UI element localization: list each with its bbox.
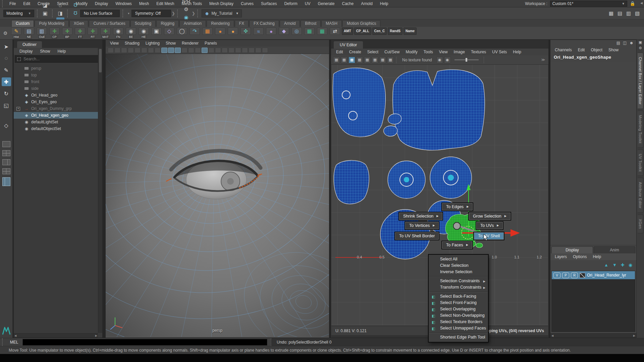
shelf-tab-sculpting[interactable]: Sculpting <box>130 20 156 27</box>
snap-curve-icon[interactable]: Ω <box>71 0 79 1</box>
context-item-select-front-facing[interactable]: ◧Select Front-Facing <box>429 300 488 306</box>
viewport-canvas[interactable] <box>106 54 329 337</box>
save-scene-icon[interactable]: ▣ <box>41 9 49 17</box>
marking-menu-to-uv-shell[interactable]: To UV Shell <box>474 232 504 240</box>
context-item-select-back-facing[interactable]: ◧Select Back-Facing <box>429 293 488 300</box>
marking-menu-to-uvs[interactable]: To UVs▶ <box>476 222 503 229</box>
marking-menu-to-vertices[interactable]: To Vertices▶ <box>405 222 439 229</box>
last-tool-icon[interactable]: ◇ <box>2 121 11 130</box>
reset-transform-icon[interactable]: ✛RT <box>87 27 99 39</box>
layer-playback-toggle[interactable]: P <box>562 273 569 278</box>
blue-curve-icon[interactable]: ≈ <box>253 27 264 35</box>
uv-menu-tools[interactable]: Tools <box>421 49 436 55</box>
context-item-transform-constraints[interactable]: Transform Constraints▶ <box>429 284 488 291</box>
search-input[interactable] <box>23 56 99 62</box>
layer-menu-layers[interactable]: Layers <box>552 253 570 260</box>
live-surface-field[interactable]: No Live Surface <box>80 10 120 17</box>
marking-menu-shrink-selection[interactable]: Shrink Selection▶ <box>399 213 442 220</box>
sidebar-tab-modeling-toolkit[interactable]: Modeling Toolkit <box>638 111 643 148</box>
outliner-item-persp[interactable]: persp <box>14 65 102 72</box>
border-edges-icon[interactable]: ◉BE <box>125 27 137 39</box>
selected-shape-name[interactable]: Ori_Head_xgen_geoShape <box>550 53 636 61</box>
statusline-grip[interactable] <box>177 9 179 17</box>
layer-color-swatch[interactable] <box>580 273 585 278</box>
sidebar-tab-uv-toolkit[interactable]: UV Toolkit <box>638 149 643 176</box>
uv-menu-view[interactable]: View <box>436 49 451 55</box>
shelf-tab-custom[interactable]: Custom <box>11 20 34 27</box>
uv-menu-create[interactable]: Create <box>346 49 364 55</box>
marking-menu-grow-selection[interactable]: Grow Selection▶ <box>469 213 511 220</box>
uv-menu-modify[interactable]: Modify <box>402 49 420 55</box>
menuset-select[interactable]: Modeling ▼ <box>3 10 34 17</box>
outliner-hscrollbar[interactable]: ◀▶ <box>14 333 98 338</box>
workspace-select[interactable]: Custom 01* ▼ <box>550 1 627 7</box>
textured-icon[interactable] <box>168 48 174 53</box>
uv-grid-snap-icon[interactable]: ▦ <box>348 57 355 63</box>
user-icon[interactable]: ☻ <box>629 41 634 47</box>
viewport-menu-lighting[interactable]: Lighting <box>143 40 163 47</box>
symmetry-field[interactable]: Symmetry: Off <box>131 10 171 17</box>
viewport-menu-show[interactable]: Show <box>163 40 179 47</box>
menubar-collapse-icon[interactable]: ◀ <box>640 1 643 5</box>
menu-edit[interactable]: Edit <box>19 0 34 7</box>
shelf-tab-fx-caching[interactable]: FX Caching <box>249 20 279 27</box>
camera-attrs-icon[interactable] <box>121 48 127 53</box>
sort-icon-3[interactable]: ▥ <box>625 9 633 17</box>
outliner-menu-show[interactable]: Show <box>37 48 53 55</box>
node-editor-icon[interactable]: ▤NE <box>23 27 35 39</box>
statusline-grip[interactable] <box>122 9 124 17</box>
shelf-tab-curves-surfaces[interactable]: Curves / Surfaces <box>89 20 129 27</box>
open-scene-icon[interactable]: ◪ <box>41 1 49 9</box>
marking-menu-to-faces[interactable]: To Faces▶ <box>442 241 472 249</box>
view-grid-icon[interactable]: ▦ <box>387 57 394 63</box>
statusline-grip[interactable] <box>67 9 69 17</box>
uv-menu-help[interactable]: Help <box>510 49 524 55</box>
slider-handle[interactable] <box>466 58 467 62</box>
selection-filter-icon[interactable] <box>17 57 21 61</box>
snap-point-icon[interactable]: Ω <box>71 1 79 9</box>
camera-uv-icon[interactable]: ◉ <box>444 57 451 63</box>
joint-xray-icon[interactable] <box>228 48 234 53</box>
uv-menu-image[interactable]: Image <box>451 49 468 55</box>
layout-two-pane-button[interactable] <box>2 159 10 165</box>
outliner-title[interactable]: Outliner <box>17 41 42 48</box>
shelf-tab-mash[interactable]: MASH <box>321 20 342 27</box>
context-item-shortest-edge-path-tool[interactable]: Shortest Edge Path Tool <box>429 334 488 341</box>
channel-display-icon[interactable]: ▤ <box>616 41 620 47</box>
outliner-menu-display[interactable]: Display <box>16 48 36 55</box>
menu-mesh-display[interactable]: Mesh Display <box>206 0 237 7</box>
expand-icon[interactable]: + <box>16 107 20 111</box>
uv-checker-icon[interactable]: ▦ <box>341 57 347 63</box>
menu-cache[interactable]: Cache <box>338 0 357 7</box>
select-object-icon[interactable]: ◨ <box>56 9 64 17</box>
outliner-item-ori-head-xgen-geo[interactable]: ◈Ori_Head_xgen_geo <box>14 112 102 119</box>
context-item-select-texture-borders[interactable]: ◧Select Texture Borders <box>429 319 488 325</box>
sidebar-gear-icon[interactable]: ⚙ <box>639 45 642 51</box>
outliner-item-top[interactable]: top <box>14 72 102 78</box>
uv-menu-uv-sets[interactable]: UV Sets <box>489 49 510 55</box>
layer-name[interactable]: Ori_Head_Render_lyr <box>587 273 626 278</box>
select-hierarchy-icon[interactable]: ⌂ <box>56 1 64 9</box>
command-line-grip[interactable] <box>2 338 4 346</box>
orange-sphere-2-icon[interactable]: ● <box>227 27 239 35</box>
shelf-tab-motion-graphics[interactable]: Motion Graphics <box>342 20 380 27</box>
curve-arrow-icon[interactable]: ↷ <box>189 27 201 35</box>
isolate-select-icon[interactable] <box>215 48 221 53</box>
menu-deform[interactable]: Deform <box>280 0 301 7</box>
harden-edge-icon[interactable]: ◉HE <box>138 27 150 39</box>
statusline-grip[interactable] <box>37 9 39 17</box>
statusline-grip[interactable] <box>197 9 199 17</box>
new-scene-icon[interactable]: ▢ <box>41 0 49 1</box>
striped-sphere-icon[interactable]: ◎ <box>291 27 303 35</box>
outliner-item-front[interactable]: front <box>14 78 102 85</box>
uv-editor-title[interactable]: UV Editor <box>334 41 363 49</box>
face-normals-icon[interactable]: ◉FN <box>112 27 124 39</box>
safe-action-icon[interactable] <box>262 48 268 53</box>
select-camera-icon[interactable] <box>108 48 114 53</box>
layout-persp-outliner-button[interactable] <box>2 168 10 174</box>
image-dim-slider[interactable] <box>454 59 479 60</box>
uv-menu-cut-sew[interactable]: Cut/Sew <box>381 49 402 55</box>
layer-row[interactable]: V P R Ori_Head_Render_lyr <box>552 271 635 279</box>
uv-menu-select[interactable]: Select <box>364 49 381 55</box>
history-icon[interactable]: ✎Hist <box>10 27 22 39</box>
